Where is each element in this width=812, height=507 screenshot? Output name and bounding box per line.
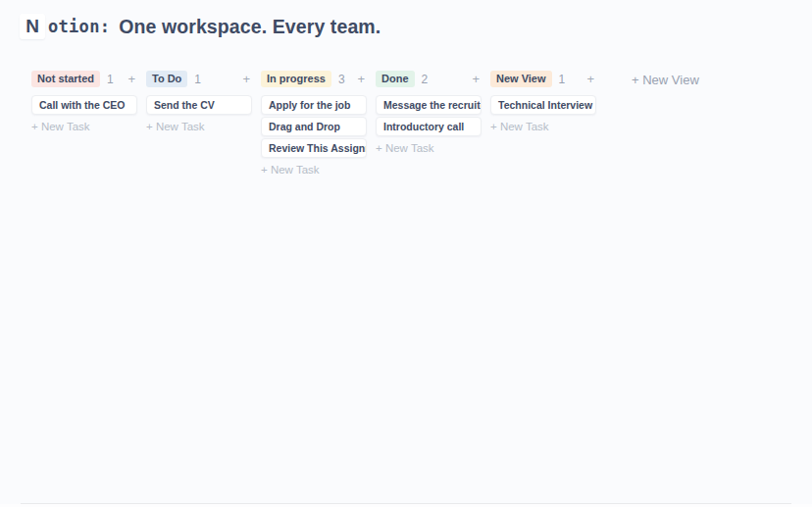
kanban-column-new-view: New View 1 + Technical Interview + New T… <box>490 71 596 132</box>
new-task-button[interactable]: + New Task <box>261 164 367 176</box>
column-cards: Apply for the job Drag and Drop Review T… <box>261 95 367 158</box>
column-count: 3 <box>338 73 345 86</box>
task-card[interactable]: Review This Assignment <box>261 138 367 158</box>
column-header: Not started 1 + <box>31 71 137 87</box>
column-header: In progress 3 + <box>261 71 367 87</box>
column-header: To Do 1 + <box>146 71 252 87</box>
add-task-plus-icon[interactable]: + <box>586 73 596 85</box>
add-task-plus-icon[interactable]: + <box>127 73 137 85</box>
column-label-badge[interactable]: Done <box>376 71 415 87</box>
column-cards: Message the recruiter Introductory call <box>376 95 482 136</box>
section-divider <box>21 503 791 504</box>
notion-logo: N <box>20 14 45 39</box>
task-card[interactable]: Drag and Drop <box>261 117 367 136</box>
column-label-badge[interactable]: Not started <box>31 71 100 87</box>
kanban-column-to-do: To Do 1 + Send the CV + New Task <box>146 71 252 132</box>
new-task-button[interactable]: + New Task <box>31 121 137 132</box>
column-count: 1 <box>559 73 566 86</box>
page-header: N otion: One workspace. Every team. <box>20 13 381 40</box>
new-task-button[interactable]: + New Task <box>376 142 482 154</box>
add-task-plus-icon[interactable]: + <box>472 73 482 85</box>
column-cards: Call with the CEO <box>31 95 137 115</box>
landing-page: { "header": { "logo_letter": "N", "typed… <box>0 0 812 507</box>
column-label-badge[interactable]: To Do <box>146 71 187 87</box>
column-cards: Technical Interview <box>490 95 596 115</box>
task-card[interactable]: Call with the CEO <box>31 95 137 115</box>
column-count: 1 <box>194 73 201 86</box>
add-view-button[interactable]: + New View <box>632 71 699 87</box>
column-label-badge[interactable]: In progress <box>261 71 331 87</box>
kanban-column-done: Done 2 + Message the recruiter Introduct… <box>376 71 482 154</box>
task-card[interactable]: Technical Interview <box>490 95 596 115</box>
new-task-button[interactable]: + New Task <box>490 121 596 132</box>
column-label-badge[interactable]: New View <box>490 71 552 87</box>
task-card[interactable]: Send the CV <box>146 95 252 115</box>
task-card[interactable]: Message the recruiter <box>376 95 482 115</box>
column-header: New View 1 + <box>490 71 596 87</box>
notion-logo-letter: N <box>25 16 39 37</box>
column-count: 2 <box>422 73 429 86</box>
add-task-plus-icon[interactable]: + <box>242 73 252 85</box>
task-card[interactable]: Introductory call <box>376 117 482 136</box>
kanban-board: Not started 1 + Call with the CEO + New … <box>31 71 699 176</box>
new-task-button[interactable]: + New Task <box>146 121 252 132</box>
typed-brand-text: otion: <box>48 17 110 36</box>
task-card[interactable]: Apply for the job <box>261 95 367 115</box>
kanban-column-in-progress: In progress 3 + Apply for the job Drag a… <box>261 71 367 176</box>
tagline: One workspace. Every team. <box>119 16 381 38</box>
kanban-column-not-started: Not started 1 + Call with the CEO + New … <box>31 71 137 132</box>
column-count: 1 <box>107 73 114 86</box>
column-cards: Send the CV <box>146 95 252 115</box>
kanban-columns: Not started 1 + Call with the CEO + New … <box>31 71 596 176</box>
add-task-plus-icon[interactable]: + <box>357 73 367 85</box>
column-header: Done 2 + <box>376 71 482 87</box>
